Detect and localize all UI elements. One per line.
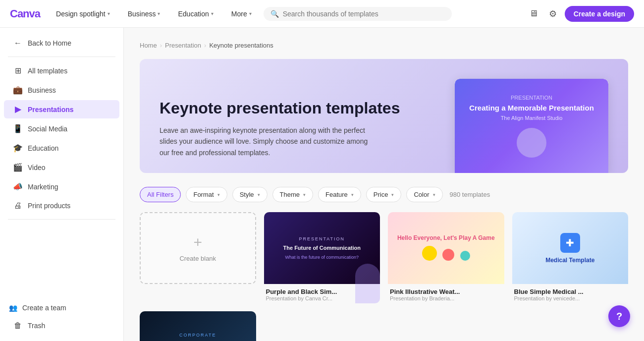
- video-icon: 🎬: [13, 163, 23, 172]
- mobile-icon: 📱: [13, 124, 23, 133]
- filters-bar: All Filters Format ▾ Style ▾ Theme ▾ Fea…: [140, 187, 628, 202]
- hero-preview-eyebrow: PRESENTATION: [511, 95, 552, 101]
- breadcrumb-home[interactable]: Home: [140, 42, 157, 49]
- hero-preview-title: Creating a Memorable Presentation: [459, 104, 604, 112]
- create-blank-card[interactable]: + Create blank: [140, 212, 256, 303]
- chevron-down-icon: ▾: [249, 11, 252, 16]
- filter-format[interactable]: Format ▾: [186, 187, 227, 202]
- chevron-down-icon: ▾: [303, 192, 306, 197]
- hero-preview-circle: [517, 128, 546, 158]
- print-icon: 🖨: [13, 201, 23, 210]
- trash-icon: 🗑: [13, 321, 23, 330]
- filter-color[interactable]: Color ▾: [406, 187, 442, 202]
- filter-all-filters[interactable]: All Filters: [140, 187, 181, 202]
- topbar: Canva Design spotlight ▾ Business ▾ Educ…: [0, 0, 644, 28]
- create-design-button[interactable]: Create a design: [565, 6, 634, 22]
- templates-count: 980 templates: [450, 191, 490, 198]
- filter-theme[interactable]: Theme ▾: [272, 187, 313, 202]
- breadcrumb-current: Keynote presentations: [209, 42, 273, 49]
- breadcrumb: Home › Presentation › Keynote presentati…: [140, 42, 628, 49]
- sidebar-item-marketing[interactable]: 📣 Marketing: [4, 177, 119, 196]
- chevron-down-icon: ▾: [107, 11, 110, 16]
- main-layout: ← Back to Home ⊞ All templates 💼 Busines…: [0, 28, 644, 341]
- filter-feature[interactable]: Feature ▾: [318, 187, 361, 202]
- template-card-dark-modern[interactable]: CORPORATE Company Profile Dark Modern an…: [140, 311, 256, 341]
- chevron-down-icon: ▾: [433, 192, 435, 197]
- main-content: Home › Presentation › Keynote presentati…: [124, 28, 644, 341]
- hero-preview-card: PRESENTATION Creating a Memorable Presen…: [455, 79, 608, 173]
- monitor-icon-btn[interactable]: 🖥: [526, 5, 541, 22]
- breadcrumb-sep-1: ›: [160, 42, 162, 49]
- chevron-down-icon: ▾: [258, 192, 260, 197]
- breadcrumb-presentation[interactable]: Presentation: [165, 42, 201, 49]
- template-card-purple-black[interactable]: PRESENTATION The Future of Communication…: [264, 212, 380, 303]
- hero-description: Leave an awe-inspiring keynote presentat…: [160, 125, 377, 158]
- sidebar-item-education[interactable]: 🎓 Education: [4, 139, 119, 157]
- hero-section: Keynote presentation templates Leave an …: [140, 59, 628, 173]
- sidebar: ← Back to Home ⊞ All templates 💼 Busines…: [0, 28, 124, 341]
- plus-icon: +: [193, 234, 202, 251]
- create-blank-label: Create blank: [179, 255, 216, 262]
- sidebar-divider-1: [8, 57, 115, 57]
- hero-title: Keynote presentation templates: [160, 99, 440, 117]
- search-input[interactable]: [283, 10, 445, 18]
- breadcrumb-sep-2: ›: [204, 42, 206, 49]
- chevron-down-icon: ▾: [217, 192, 220, 197]
- chevron-down-icon: ▾: [391, 192, 394, 197]
- grid-icon: ⊞: [13, 66, 23, 75]
- chevron-down-icon: ▾: [211, 11, 214, 16]
- sidebar-item-trash[interactable]: 🗑 Trash: [4, 317, 119, 335]
- hero-preview-sub: The Align Manifest Studio: [501, 115, 563, 121]
- create-blank-inner[interactable]: + Create blank: [140, 212, 256, 284]
- sidebar-back-home[interactable]: ← Back to Home: [4, 34, 119, 52]
- filter-price[interactable]: Price ▾: [366, 187, 402, 202]
- briefcase-icon: 💼: [13, 85, 23, 95]
- template-card-pink-illustrative[interactable]: Hello Everyone, Let's Play A Game Pink I…: [388, 212, 504, 303]
- topbar-right: 🖥 ⚙ Create a design: [526, 5, 634, 22]
- settings-icon-btn[interactable]: ⚙: [546, 5, 560, 22]
- back-icon: ←: [13, 39, 23, 48]
- sidebar-bottom: 👥 Create a team 🗑 Trash: [0, 299, 123, 335]
- help-fab-button[interactable]: ?: [608, 305, 630, 327]
- team-icon: 👥: [9, 304, 17, 312]
- nav-education[interactable]: Education ▾: [172, 7, 219, 21]
- chevron-down-icon: ▾: [351, 192, 354, 197]
- megaphone-icon: 📣: [13, 182, 23, 191]
- hero-preview-inner: PRESENTATION Creating a Memorable Presen…: [455, 79, 608, 173]
- nav-more[interactable]: More ▾: [225, 7, 258, 21]
- search-bar: 🔍: [264, 7, 452, 21]
- sidebar-item-video[interactable]: 🎬 Video: [4, 158, 119, 176]
- chevron-down-icon: ▾: [158, 11, 160, 16]
- sidebar-item-business[interactable]: 💼 Business: [4, 81, 119, 99]
- filter-style[interactable]: Style ▾: [232, 187, 268, 202]
- sidebar-item-presentations[interactable]: ▶ Presentations: [4, 100, 119, 118]
- sidebar-item-print-products[interactable]: 🖨 Print products: [4, 197, 119, 215]
- template-card-blue-medical[interactable]: ✚ Medical Template Blue Simple Medical .…: [512, 212, 629, 303]
- education-icon: 🎓: [13, 143, 23, 153]
- hero-text: Keynote presentation templates Leave an …: [160, 99, 440, 173]
- nav-design-spotlight[interactable]: Design spotlight ▾: [50, 7, 116, 21]
- canva-logo: Canva: [10, 7, 40, 20]
- search-icon: 🔍: [270, 10, 279, 18]
- create-team-button[interactable]: 👥 Create a team: [0, 299, 123, 316]
- templates-grid: + Create blank PRESENTATION The Future o…: [140, 212, 628, 341]
- sidebar-item-all-templates[interactable]: ⊞ All templates: [4, 61, 119, 80]
- sidebar-item-social-media[interactable]: 📱 Social Media: [4, 119, 119, 138]
- sidebar-divider-2: [8, 219, 115, 220]
- nav-business[interactable]: Business ▾: [122, 7, 166, 21]
- play-icon: ▶: [13, 105, 23, 114]
